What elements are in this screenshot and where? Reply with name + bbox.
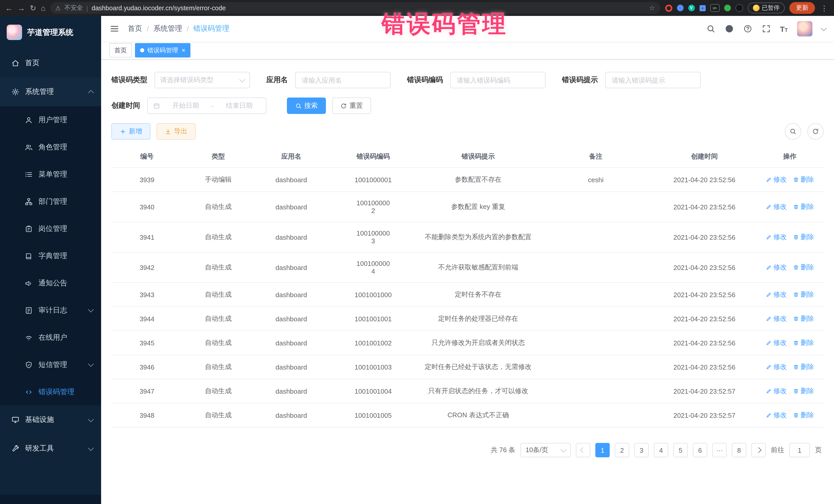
sidebar-item-code[interactable]: 错误码管理 bbox=[0, 378, 101, 406]
sidebar-item-home[interactable]: 首页 bbox=[0, 49, 101, 78]
start-date-placeholder[interactable]: 开始日期 bbox=[164, 101, 207, 110]
sidebar-collapse-bar[interactable] bbox=[0, 495, 101, 504]
edit-link[interactable]: 修改 bbox=[766, 233, 787, 242]
page-button[interactable]: 1 bbox=[595, 443, 610, 457]
date-range-picker[interactable]: 开始日期 - 结束日期 bbox=[147, 97, 266, 114]
sidebar-item-horn[interactable]: 通知公告 bbox=[0, 269, 101, 297]
help-icon[interactable] bbox=[743, 24, 752, 34]
error-code-input[interactable] bbox=[456, 76, 540, 84]
error-msg-input[interactable] bbox=[611, 76, 695, 84]
edit-link[interactable]: 修改 bbox=[766, 290, 787, 299]
goto-page-input[interactable] bbox=[789, 443, 810, 457]
url-text[interactable]: dashboard.yudao.iocoder.cn/system/error-… bbox=[92, 4, 646, 12]
edit-link[interactable]: 修改 bbox=[766, 202, 787, 212]
chevron-down-icon[interactable] bbox=[821, 25, 827, 31]
sidebar-item-users[interactable]: 角色管理 bbox=[0, 133, 101, 161]
extension-icon-green[interactable] bbox=[724, 5, 730, 11]
page-button[interactable]: 2 bbox=[615, 443, 629, 457]
security-label[interactable]: 不安全 bbox=[64, 4, 83, 12]
page-button[interactable]: 5 bbox=[673, 443, 688, 457]
extension-icon-teal[interactable]: V bbox=[688, 5, 695, 11]
back-icon[interactable]: ← bbox=[5, 4, 13, 12]
extension-icon-red[interactable] bbox=[665, 4, 672, 12]
delete-link[interactable]: 删除 bbox=[793, 175, 814, 184]
sidebar-item-label: 系统管理 bbox=[25, 87, 83, 96]
page-button[interactable]: 3 bbox=[634, 443, 649, 457]
edit-link[interactable]: 修改 bbox=[766, 387, 787, 396]
page-button[interactable]: 8 bbox=[732, 443, 746, 457]
end-date-placeholder[interactable]: 结束日期 bbox=[218, 101, 261, 110]
sidebar-logo[interactable]: 芋道管理系统 bbox=[0, 16, 101, 49]
hamburger-icon[interactable] bbox=[109, 24, 119, 34]
forward-icon[interactable]: → bbox=[18, 4, 25, 12]
github-icon[interactable] bbox=[724, 24, 734, 34]
table-row: 3947自动生成dashboard1001001004只有开启状态的任务，才可以… bbox=[111, 379, 824, 403]
app-name-input[interactable] bbox=[301, 76, 385, 84]
reset-button[interactable]: 重置 bbox=[332, 97, 371, 114]
search-button[interactable]: 搜索 bbox=[287, 97, 326, 114]
paused-badge[interactable]: 已暂停 bbox=[748, 3, 785, 13]
page-ellipsis[interactable]: ··· bbox=[712, 443, 727, 457]
delete-link[interactable]: 删除 bbox=[793, 233, 814, 242]
page-size-select[interactable]: 10条/页 bbox=[521, 443, 571, 457]
table-row: 3944自动生成dashboard1001001001定时任务的处理器已经存在2… bbox=[111, 307, 824, 331]
row-time: 2021-04-20 23:52:56 bbox=[653, 331, 756, 355]
prev-page-button[interactable] bbox=[576, 443, 590, 457]
add-button[interactable]: 新增 bbox=[111, 123, 150, 139]
edit-link[interactable]: 修改 bbox=[766, 338, 787, 348]
tag-view[interactable]: 错误码管理× bbox=[135, 43, 191, 58]
kebab-menu-icon[interactable]: ⋮ bbox=[820, 4, 829, 12]
delete-link[interactable]: 删除 bbox=[793, 387, 814, 396]
sidebar-item-book[interactable]: 字典管理 bbox=[0, 242, 101, 269]
edit-link[interactable]: 修改 bbox=[766, 411, 787, 420]
edit-link[interactable]: 修改 bbox=[766, 314, 787, 323]
font-size-icon[interactable]: TT bbox=[780, 25, 788, 32]
edit-link[interactable]: 修改 bbox=[766, 263, 787, 272]
refresh-table-button[interactable] bbox=[807, 123, 824, 139]
delete-link[interactable]: 删除 bbox=[793, 263, 814, 272]
sidebar-item-list[interactable]: 菜单管理 bbox=[0, 161, 101, 188]
export-button[interactable]: 导出 bbox=[156, 123, 196, 139]
sidebar-item-monitor[interactable]: 基础设施 bbox=[0, 406, 101, 434]
tag-view[interactable]: 首页 bbox=[109, 43, 132, 58]
address-bar[interactable]: ⚠ 不安全 | dashboard.yudao.iocoder.cn/syste… bbox=[50, 2, 660, 14]
error-type-select[interactable]: 请选择错误码类型 bbox=[154, 72, 250, 88]
reload-icon[interactable]: ↻ bbox=[30, 4, 36, 12]
next-page-button[interactable] bbox=[751, 443, 766, 457]
page-button[interactable]: 4 bbox=[654, 443, 668, 457]
sidebar-item-badge[interactable]: 岗位管理 bbox=[0, 215, 101, 242]
delete-link[interactable]: 删除 bbox=[793, 363, 814, 372]
delete-link[interactable]: 删除 bbox=[793, 338, 814, 348]
avatar[interactable] bbox=[797, 21, 812, 37]
fullscreen-icon[interactable] bbox=[761, 24, 771, 34]
edit-link[interactable]: 修改 bbox=[766, 175, 787, 184]
delete-link[interactable]: 删除 bbox=[793, 202, 814, 212]
toggle-search-button[interactable] bbox=[785, 123, 801, 139]
search-icon[interactable] bbox=[706, 24, 715, 34]
sidebar-item-log[interactable]: 审计日志 bbox=[0, 297, 101, 324]
extension-icon-on[interactable]: on bbox=[710, 4, 719, 12]
row-id: 3947 bbox=[111, 379, 183, 403]
sidebar-item-user[interactable]: 用户管理 bbox=[0, 106, 101, 133]
page-button[interactable]: 6 bbox=[693, 443, 707, 457]
close-icon[interactable]: × bbox=[182, 47, 185, 53]
extension-icon-grid[interactable] bbox=[699, 5, 705, 11]
breadcrumb-item[interactable]: 首页 bbox=[128, 24, 142, 34]
bookmark-star-icon[interactable]: ☆ bbox=[649, 4, 655, 12]
sidebar-item-label: 错误码管理 bbox=[39, 387, 93, 396]
range-separator: - bbox=[212, 102, 214, 110]
sidebar-item-org[interactable]: 部门管理 bbox=[0, 188, 101, 215]
update-button[interactable]: 更新 bbox=[789, 2, 815, 14]
extension-icon-blue[interactable] bbox=[677, 5, 683, 11]
sidebar-item-gear[interactable]: 系统管理 bbox=[0, 78, 101, 106]
delete-link[interactable]: 删除 bbox=[793, 411, 814, 420]
delete-link[interactable]: 删除 bbox=[793, 290, 814, 299]
sidebar-item-wifi[interactable]: 在线用户 bbox=[0, 324, 101, 351]
extension-icon-dark[interactable] bbox=[735, 4, 743, 12]
sidebar-item-shield[interactable]: 短信管理 bbox=[0, 351, 101, 378]
sidebar-item-tool[interactable]: 研发工具 bbox=[0, 434, 101, 463]
browser-home-icon[interactable]: ⌂ bbox=[41, 4, 45, 12]
breadcrumb-item[interactable]: 系统管理 bbox=[153, 24, 182, 34]
delete-link[interactable]: 删除 bbox=[793, 314, 814, 323]
edit-link[interactable]: 修改 bbox=[766, 363, 787, 372]
